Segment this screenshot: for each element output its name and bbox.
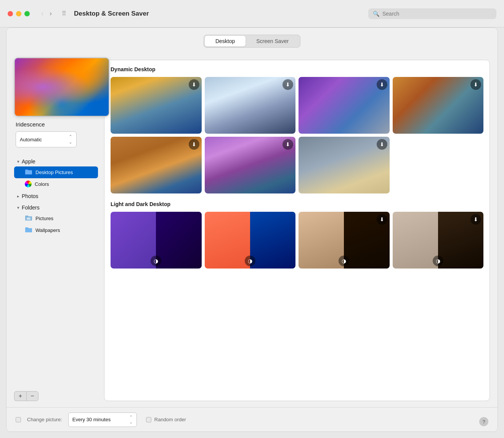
close-button[interactable] <box>8 11 13 16</box>
download-icon-1: ⬇ <box>189 79 199 90</box>
lightdark-badge-2: ◑ <box>245 256 255 266</box>
interval-arrows-icon: ⌃⌄ <box>129 415 133 425</box>
sidebar-wallpapers-label: Wallpapers <box>35 227 60 233</box>
thumb-5[interactable]: ⬇ <box>111 137 202 193</box>
tab-group: Desktop Screen Saver <box>204 35 300 48</box>
minimize-button[interactable] <box>16 11 21 16</box>
tab-desktop[interactable]: Desktop <box>205 36 246 46</box>
chevron-down-icon-2: ▾ <box>17 205 19 210</box>
remove-button[interactable]: − <box>26 391 39 401</box>
traffic-lights <box>8 11 30 16</box>
interval-dropdown[interactable]: Every 30 minutes ⌃⌄ <box>68 412 137 427</box>
sidebar-pictures-label: Pictures <box>35 216 53 221</box>
thumb-1[interactable]: ⬇ <box>111 77 202 134</box>
wallpaper-info: Iridescence Automatic ⌃⌄ <box>14 117 98 147</box>
thumb-2[interactable]: ⬇ <box>205 77 296 134</box>
sidebar-desktop-pictures-label: Desktop Pictures <box>35 169 73 175</box>
change-picture-label: Change picture: <box>27 417 62 422</box>
svg-rect-0 <box>27 217 30 220</box>
download-icon-5: ⬇ <box>189 139 199 150</box>
bottom-bar: Change picture: Every 30 minutes ⌃⌄ Rand… <box>6 407 498 432</box>
sidebar-photos-label: Photos <box>22 193 39 199</box>
search-box[interactable]: 🔍 <box>368 8 496 19</box>
folder-blue-icon <box>25 169 32 176</box>
thumb-3[interactable]: ⬇ <box>299 77 390 134</box>
download-icon-ld-3: ⬇ <box>377 214 387 225</box>
thumb-7[interactable]: ⬇ <box>299 137 390 193</box>
sidebar-folders-label: Folders <box>22 205 40 211</box>
random-order-checkbox[interactable] <box>146 417 151 422</box>
download-icon-6: ⬇ <box>282 139 293 150</box>
light-dark-grid: ◑ ◑ ⬇ ◑ <box>111 212 483 269</box>
preview-section: Iridescence Automatic ⌃⌄ <box>14 54 98 155</box>
dynamic-desktop-grid: ⬇ ⬇ ⬇ ⬇ ⬇ <box>111 77 483 193</box>
grid-icon: ⠿ <box>62 10 66 17</box>
download-icon-3: ⬇ <box>377 79 387 90</box>
sidebar-apple-label: Apple <box>22 158 35 165</box>
window-title: Desktop & Screen Saver <box>74 10 362 18</box>
add-button[interactable]: + <box>14 391 26 401</box>
main-window: Desktop Screen Saver Iridescence Automat… <box>6 27 498 432</box>
sidebar-item-desktop-pictures[interactable]: Desktop Pictures <box>14 166 98 178</box>
sidebar-group-apple[interactable]: ▾ Apple <box>14 157 98 166</box>
folder-wallpapers-icon <box>25 227 32 234</box>
content-row: Iridescence Automatic ⌃⌄ ▾ Apple <box>6 54 498 407</box>
thumb-ld-2[interactable]: ◑ <box>205 212 296 269</box>
sidebar-item-pictures[interactable]: Pictures <box>14 213 98 224</box>
download-icon-4: ⬇ <box>470 79 481 90</box>
nav-arrows: ‹ › <box>39 9 54 18</box>
wallpaper-name: Iridescence <box>16 121 98 128</box>
interval-label: Every 30 minutes <box>72 417 111 422</box>
automatic-dropdown[interactable]: Automatic ⌃⌄ <box>16 131 77 147</box>
thumb-4[interactable]: ⬇ <box>393 77 484 134</box>
wallpaper-preview-inner <box>15 58 109 116</box>
sidebar-section-apple: ▾ Apple Desktop Pictures <box>14 157 98 190</box>
sidebar: ▾ Apple Desktop Pictures <box>14 155 98 238</box>
thumb-ld-3[interactable]: ⬇ ◑ <box>299 212 390 269</box>
sidebar-item-colors[interactable]: Colors <box>14 178 98 190</box>
help-button[interactable]: ? <box>479 417 488 426</box>
light-dark-section-title: Light and Dark Desktop <box>111 201 483 207</box>
thumb-6[interactable]: ⬇ <box>205 137 296 193</box>
sidebar-section-folders: ▾ Folders Pictures <box>14 203 98 236</box>
tab-bar: Desktop Screen Saver <box>6 28 498 54</box>
random-order-label: Random order <box>154 417 186 422</box>
back-button[interactable]: ‹ <box>39 9 46 18</box>
colors-icon <box>25 181 32 187</box>
add-remove-section: + − <box>14 391 98 407</box>
lightdark-badge-1: ◑ <box>151 256 161 266</box>
lightdark-badge-3: ◑ <box>339 256 349 266</box>
left-panel: Iridescence Automatic ⌃⌄ ▾ Apple <box>14 54 98 407</box>
download-icon-ld-4: ⬇ <box>470 214 481 225</box>
sidebar-group-folders[interactable]: ▾ Folders <box>14 203 98 213</box>
wallpaper-preview[interactable] <box>14 58 109 117</box>
sidebar-section-photos: ▸ Photos <box>14 191 98 201</box>
folder-pictures-icon <box>25 215 32 222</box>
lightdark-badge-4: ◑ <box>433 256 443 266</box>
tab-screensaver[interactable]: Screen Saver <box>246 36 299 46</box>
forward-button[interactable]: › <box>47 9 54 18</box>
download-icon-2: ⬇ <box>282 79 293 90</box>
dropdown-arrows-icon: ⌃⌄ <box>69 134 72 145</box>
sidebar-item-wallpapers[interactable]: Wallpapers <box>14 224 98 236</box>
chevron-right-icon: ▸ <box>17 194 19 199</box>
search-input[interactable] <box>382 11 492 17</box>
thumb-ld-1[interactable]: ◑ <box>111 212 202 269</box>
titlebar: ‹ › ⠿ Desktop & Screen Saver 🔍 <box>0 0 504 27</box>
dynamic-section-title: Dynamic Desktop <box>111 66 483 72</box>
download-icon-7: ⬇ <box>377 139 387 150</box>
chevron-down-icon: ▾ <box>17 159 19 164</box>
sidebar-group-photos[interactable]: ▸ Photos <box>14 191 98 201</box>
sidebar-colors-label: Colors <box>35 181 49 187</box>
dropdown-label: Automatic <box>20 137 42 142</box>
thumb-ld-4[interactable]: ⬇ ◑ <box>393 212 484 269</box>
search-icon: 🔍 <box>373 11 379 17</box>
change-picture-checkbox[interactable] <box>16 417 21 422</box>
random-order-row: Random order <box>146 417 186 422</box>
wallpaper-grid-area: Dynamic Desktop ⬇ ⬇ ⬇ ⬇ <box>104 60 490 401</box>
change-picture-row: Change picture: <box>16 417 62 422</box>
fullscreen-button[interactable] <box>24 11 30 16</box>
